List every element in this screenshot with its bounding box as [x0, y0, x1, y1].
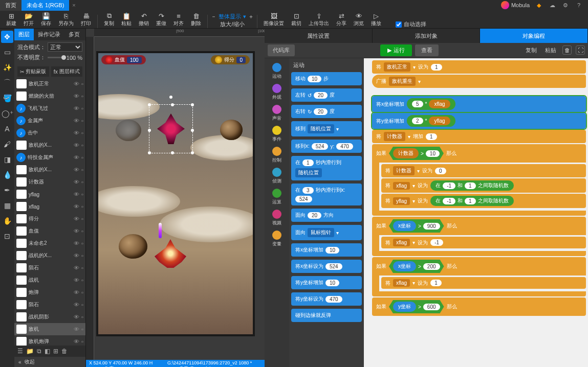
visibility-icon[interactable]: 👁: [74, 338, 79, 345]
lock-icon[interactable]: ▫: [81, 93, 83, 99]
upload-button[interactable]: ⇪上传导出: [306, 11, 332, 28]
layer-row[interactable]: yflag👁▫: [14, 188, 85, 200]
script-if-counter[interactable]: 如果计数器>10那么 将计数器▾设为0 将xflag▾设为在-1和1之间取随机数…: [372, 144, 586, 216]
lock-icon[interactable]: ▫: [81, 167, 83, 173]
help-icon[interactable]: ?: [575, 1, 583, 9]
lock-icon[interactable]: ▫: [81, 338, 83, 345]
script-set-yflag-rand[interactable]: 将yflag▾设为在-1和1之间取随机数: [381, 194, 586, 208]
layer-style-button[interactable]: fx图层样式: [51, 66, 83, 77]
doc-tab[interactable]: 未命名 1(RGB): [21, 0, 69, 11]
block-point-to[interactable]: 面向鼠标指针▾: [291, 225, 362, 240]
visibility-icon[interactable]: 👁: [74, 118, 79, 124]
visibility-icon[interactable]: 👁: [74, 216, 79, 222]
crop-button[interactable]: ⊡裁切: [288, 11, 304, 28]
marquee-tool[interactable]: ▭: [1, 46, 13, 58]
visibility-icon[interactable]: 👁: [74, 105, 79, 111]
canvas[interactable]: 血值100 得分0: [96, 51, 255, 336]
tab-layers[interactable]: 图层: [14, 29, 34, 40]
hand-tool[interactable]: ✋: [1, 215, 13, 227]
tab-pages[interactable]: 多页: [64, 29, 84, 40]
visibility-icon[interactable]: 👁: [74, 228, 79, 234]
print-button[interactable]: 🖶打印: [78, 11, 94, 28]
script-set-var[interactable]: 将敌机正常▾设为1: [372, 60, 586, 74]
blend-mode-select[interactable]: 正常: [48, 42, 82, 52]
layer-row[interactable]: 未命名2👁▫: [14, 237, 85, 249]
visibility-icon[interactable]: 👁: [74, 203, 79, 210]
script-if-x-gt-900[interactable]: 如果x坐标>900那么 将xflag▾设为-1: [372, 217, 586, 256]
category-侦测[interactable]: 侦测: [272, 166, 281, 186]
open-button[interactable]: 📂打开: [20, 11, 37, 28]
lock-icon[interactable]: ▫: [81, 154, 83, 160]
rotate-handle[interactable]: [169, 96, 172, 99]
layer-row[interactable]: 血值👁▫: [14, 225, 85, 237]
redo-button[interactable]: ↷重做: [153, 11, 169, 28]
block-goto[interactable]: 移到随机位置▾: [291, 121, 362, 136]
lasso-tool[interactable]: ⌒: [1, 77, 13, 89]
lock-icon[interactable]: ▫: [81, 81, 83, 87]
visibility-icon[interactable]: 👁: [74, 253, 79, 259]
new-button[interactable]: ⊞新建: [3, 11, 19, 28]
diamond-icon[interactable]: ◆: [535, 1, 543, 9]
script-change-counter[interactable]: 将计数器▾增加1: [372, 130, 586, 143]
eraser-tool[interactable]: ◨: [1, 153, 13, 166]
opacity-slider[interactable]: [48, 57, 64, 58]
lock-icon[interactable]: ▫: [81, 302, 83, 308]
lock-icon[interactable]: ▫: [81, 179, 83, 185]
close-tab-icon[interactable]: ×: [69, 2, 78, 8]
visibility-icon[interactable]: 👁: [74, 265, 79, 271]
collapse-bar[interactable]: « 收起: [14, 357, 85, 367]
script-paste-button[interactable]: 粘贴: [543, 45, 558, 55]
script-change-x[interactable]: 将x坐标增加5*xflag: [372, 96, 586, 112]
brush-tool[interactable]: 🖌: [1, 138, 13, 150]
block-move-steps[interactable]: 移动10步: [291, 72, 362, 85]
home-tab[interactable]: 首页: [0, 0, 21, 11]
layer-row[interactable]: ♪金属声👁▫: [14, 114, 85, 127]
saveas-button[interactable]: ⎘另存为: [55, 11, 77, 28]
lock-icon[interactable]: ▫: [81, 289, 83, 295]
tab-history[interactable]: 操作记录: [34, 29, 64, 40]
lock-icon[interactable]: ▫: [81, 265, 83, 271]
smudge-tool[interactable]: 💧: [1, 169, 13, 181]
lock-icon[interactable]: ▫: [81, 130, 83, 136]
visibility-icon[interactable]: 👁: [74, 191, 79, 197]
settings-icon[interactable]: ⚙: [561, 1, 570, 9]
play-button[interactable]: ▷播放: [368, 11, 384, 28]
layer-row[interactable]: ♪飞机飞过👁▫: [14, 102, 85, 114]
visibility-icon[interactable]: 👁: [74, 130, 79, 136]
run-button[interactable]: ▶运行: [380, 44, 412, 56]
visibility-icon[interactable]: 👁: [74, 302, 79, 308]
tab-add-object[interactable]: 添加对象: [373, 29, 481, 43]
lock-icon[interactable]: ▫: [81, 203, 83, 210]
visibility-icon[interactable]: 👁: [74, 93, 79, 99]
code-library-button[interactable]: 代码库: [268, 44, 295, 56]
lock-icon[interactable]: ▫: [81, 253, 83, 259]
layer-row[interactable]: 炮弹👁▫: [14, 286, 85, 299]
add-mask-icon[interactable]: ◧: [45, 348, 50, 355]
block-glide-xy[interactable]: 在3秒内滑行到x:524: [291, 184, 362, 205]
visibility-icon[interactable]: 👁: [74, 142, 79, 148]
visibility-icon[interactable]: 👁: [74, 179, 79, 185]
layer-row[interactable]: ♪特技金属声👁▫: [14, 151, 85, 164]
visibility-icon[interactable]: 👁: [74, 289, 79, 295]
category-声音[interactable]: 声音: [272, 103, 281, 123]
layer-row[interactable]: 得分👁▫: [14, 213, 85, 225]
script-set-counter-0[interactable]: 将计数器▾设为0: [381, 164, 586, 177]
layer-row[interactable]: 战机阴影👁▫: [14, 311, 85, 323]
layer-row[interactable]: 燃烧的火箭👁▫: [14, 90, 85, 102]
layer-row[interactable]: 陨石👁▫: [14, 262, 85, 274]
copy-button[interactable]: ⧉复制: [101, 11, 117, 28]
layer-row[interactable]: 敌机炮弹👁▫: [14, 335, 85, 346]
lock-icon[interactable]: ▫: [81, 240, 83, 246]
script-trash-icon[interactable]: 🗑: [562, 45, 572, 55]
new-folder-icon[interactable]: 📁: [26, 348, 34, 355]
lock-icon[interactable]: ▫: [81, 118, 83, 124]
visibility-icon[interactable]: 👁: [74, 314, 79, 320]
visibility-icon[interactable]: 👁: [74, 240, 79, 246]
category-运算[interactable]: 运算: [272, 187, 281, 207]
visibility-icon[interactable]: 👁: [74, 167, 79, 173]
lock-icon[interactable]: ▫: [81, 277, 83, 283]
block-set-x[interactable]: 将x坐标设为524: [291, 260, 362, 273]
paste-button[interactable]: 📋粘贴: [118, 11, 135, 28]
clip-mask-button[interactable]: ✂剪贴蒙版: [17, 66, 49, 77]
layer-row[interactable]: 敌机的X...👁▫: [14, 139, 85, 151]
